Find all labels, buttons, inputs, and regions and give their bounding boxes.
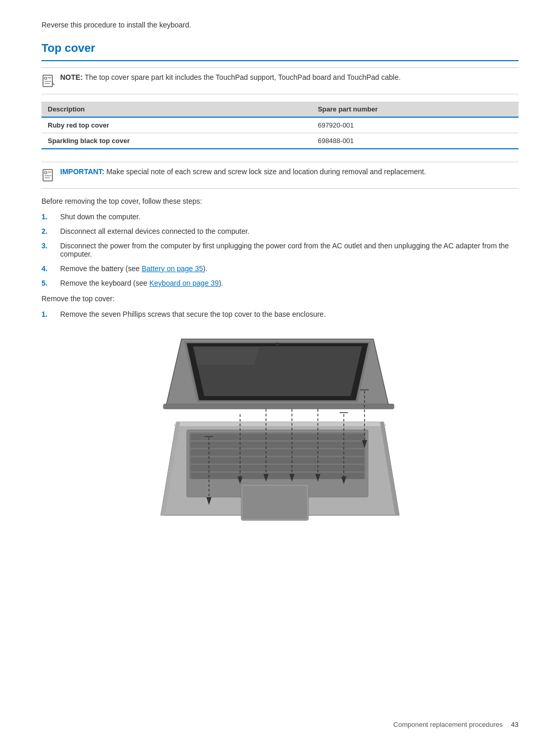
- svg-rect-17: [191, 473, 364, 479]
- important-body: Make special note of each screw and scre…: [106, 167, 426, 176]
- page-footer: Component replacement procedures 43: [394, 721, 519, 728]
- before-step-item: 1.Shut down the computer.: [41, 213, 519, 221]
- table-header-row: Description Spare part number: [41, 102, 519, 117]
- step-text: Remove the seven Phillips screws that se…: [60, 310, 326, 318]
- step-text: Disconnect all external devices connecte…: [60, 227, 249, 235]
- note-label: NOTE:: [60, 73, 83, 81]
- note-body: The top cover spare part kit includes th…: [85, 73, 400, 81]
- note-box: NOTE: The top cover spare part kit inclu…: [41, 67, 519, 94]
- table-row: Sparkling black top cover698488-001: [41, 133, 519, 149]
- part-number: 698488-001: [312, 133, 519, 149]
- intro-text: Reverse this procedure to install the ke…: [41, 21, 519, 29]
- part-description: Sparkling black top cover: [41, 133, 312, 149]
- col-description-header: Description: [41, 102, 312, 117]
- footer-section: Component replacement procedures: [394, 721, 503, 728]
- svg-rect-13: [191, 442, 364, 448]
- svg-rect-5: [43, 170, 52, 181]
- step-number: 2.: [41, 227, 60, 235]
- footer-page-number: 43: [511, 721, 519, 728]
- before-step-item: 2.Disconnect all external devices connec…: [41, 227, 519, 235]
- section-divider: [41, 60, 519, 61]
- laptop-illustration: [130, 329, 430, 552]
- remove-cover-text: Remove the top cover:: [41, 294, 519, 303]
- before-steps-list: 1.Shut down the computer.2.Disconnect al…: [41, 213, 519, 287]
- remove-step-item: 1.Remove the seven Phillips screws that …: [41, 310, 519, 318]
- step-link[interactable]: Keyboard on page 39: [149, 279, 219, 287]
- svg-rect-19: [243, 486, 307, 519]
- step-number: 4.: [41, 264, 60, 273]
- step-number: 5.: [41, 279, 60, 287]
- before-steps-intro: Before removing the top cover, follow th…: [41, 197, 519, 205]
- svg-rect-16: [191, 465, 364, 471]
- step-number: 3.: [41, 242, 60, 250]
- note-icon: [41, 74, 56, 89]
- svg-rect-15: [191, 457, 364, 463]
- col-part-number-header: Spare part number: [312, 102, 519, 117]
- svg-rect-0: [43, 75, 52, 87]
- table-row: Ruby red top cover697920-001: [41, 117, 519, 133]
- svg-rect-21: [163, 404, 394, 409]
- important-content: IMPORTANT: Make special note of each scr…: [60, 167, 426, 176]
- before-step-item: 5.Remove the keyboard (see Keyboard on p…: [41, 279, 519, 287]
- part-number: 697920-001: [312, 117, 519, 133]
- note-content: NOTE: The top cover spare part kit inclu…: [60, 73, 401, 81]
- svg-rect-12: [191, 434, 364, 440]
- step-text: Remove the keyboard (see Keyboard on pag…: [60, 279, 223, 287]
- svg-point-20: [276, 343, 279, 346]
- remove-steps-list: 1.Remove the seven Phillips screws that …: [41, 310, 519, 318]
- step-number: 1.: [41, 213, 60, 221]
- step-text: Shut down the computer.: [60, 213, 141, 221]
- before-step-item: 3.Disconnect the power from the computer…: [41, 242, 519, 258]
- step-text: Disconnect the power from the computer b…: [60, 242, 519, 258]
- svg-rect-14: [191, 449, 364, 456]
- parts-table: Description Spare part number Ruby red t…: [41, 102, 519, 149]
- before-step-item: 4.Remove the battery (see Battery on pag…: [41, 264, 519, 273]
- section-title: Top cover: [41, 41, 519, 55]
- part-description: Ruby red top cover: [41, 117, 312, 133]
- step-link[interactable]: Battery on page 35: [142, 264, 203, 273]
- important-icon: [41, 168, 56, 183]
- important-box: IMPORTANT: Make special note of each scr…: [41, 162, 519, 189]
- step-text: Remove the battery (see Battery on page …: [60, 264, 207, 273]
- important-label: IMPORTANT:: [60, 167, 104, 176]
- step-number: 1.: [41, 310, 60, 318]
